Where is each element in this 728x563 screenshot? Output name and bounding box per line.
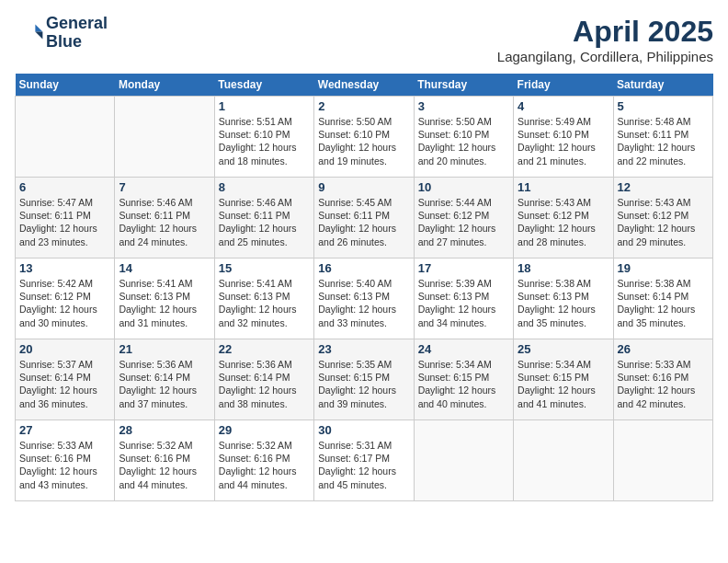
day-info: Sunrise: 5:37 AM Sunset: 6:14 PM Dayligh… (19, 358, 110, 410)
day-number: 19 (618, 261, 709, 275)
weekday-friday: Friday (514, 74, 613, 97)
calendar-cell: 19Sunrise: 5:38 AM Sunset: 6:14 PM Dayli… (613, 259, 712, 339)
day-info: Sunrise: 5:34 AM Sunset: 6:15 PM Dayligh… (518, 358, 609, 410)
weekday-monday: Monday (115, 74, 214, 97)
day-number: 11 (518, 180, 609, 194)
calendar-week-3: 13Sunrise: 5:42 AM Sunset: 6:12 PM Dayli… (16, 259, 713, 339)
weekday-saturday: Saturday (613, 74, 712, 97)
calendar-cell (16, 97, 115, 178)
day-info: Sunrise: 5:36 AM Sunset: 6:14 PM Dayligh… (219, 358, 310, 410)
weekday-header-row: SundayMondayTuesdayWednesdayThursdayFrid… (16, 74, 713, 97)
calendar-cell: 11Sunrise: 5:43 AM Sunset: 6:12 PM Dayli… (514, 178, 613, 259)
day-number: 6 (19, 180, 110, 194)
calendar-cell: 26Sunrise: 5:33 AM Sunset: 6:16 PM Dayli… (613, 339, 712, 420)
calendar-cell: 15Sunrise: 5:41 AM Sunset: 6:13 PM Dayli… (214, 259, 313, 339)
logo-icon (15, 18, 44, 48)
day-number: 1 (219, 99, 310, 113)
day-number: 18 (518, 261, 609, 275)
weekday-wednesday: Wednesday (314, 74, 414, 97)
calendar-cell: 4Sunrise: 5:49 AM Sunset: 6:10 PM Daylig… (514, 97, 613, 178)
day-number: 10 (418, 180, 509, 194)
day-info: Sunrise: 5:42 AM Sunset: 6:12 PM Dayligh… (19, 277, 110, 329)
day-number: 3 (418, 99, 509, 113)
day-info: Sunrise: 5:38 AM Sunset: 6:13 PM Dayligh… (518, 277, 609, 329)
day-info: Sunrise: 5:41 AM Sunset: 6:13 PM Dayligh… (219, 277, 310, 329)
day-info: Sunrise: 5:40 AM Sunset: 6:13 PM Dayligh… (318, 277, 409, 329)
calendar-cell: 2Sunrise: 5:50 AM Sunset: 6:10 PM Daylig… (314, 97, 414, 178)
day-number: 17 (418, 261, 509, 275)
page-header: General Blue April 2025 Lagangilang, Cor… (15, 15, 713, 64)
calendar-cell: 9Sunrise: 5:45 AM Sunset: 6:11 PM Daylig… (314, 178, 414, 259)
day-number: 27 (19, 423, 110, 437)
calendar-cell: 5Sunrise: 5:48 AM Sunset: 6:11 PM Daylig… (613, 97, 712, 178)
day-number: 21 (119, 342, 210, 356)
calendar-cell: 14Sunrise: 5:41 AM Sunset: 6:13 PM Dayli… (115, 259, 214, 339)
day-number: 5 (618, 99, 709, 113)
logo-text: General Blue (46, 15, 108, 52)
day-info: Sunrise: 5:36 AM Sunset: 6:14 PM Dayligh… (119, 358, 210, 410)
day-number: 9 (318, 180, 409, 194)
weekday-tuesday: Tuesday (214, 74, 313, 97)
day-info: Sunrise: 5:32 AM Sunset: 6:16 PM Dayligh… (119, 439, 210, 491)
calendar-cell: 20Sunrise: 5:37 AM Sunset: 6:14 PM Dayli… (16, 339, 115, 420)
calendar-cell: 16Sunrise: 5:40 AM Sunset: 6:13 PM Dayli… (314, 259, 414, 339)
calendar-cell: 30Sunrise: 5:31 AM Sunset: 6:17 PM Dayli… (314, 420, 414, 501)
day-number: 23 (318, 342, 409, 356)
day-number: 25 (518, 342, 609, 356)
calendar-cell (414, 420, 513, 501)
day-info: Sunrise: 5:35 AM Sunset: 6:15 PM Dayligh… (318, 358, 409, 410)
calendar-week-4: 20Sunrise: 5:37 AM Sunset: 6:14 PM Dayli… (16, 339, 713, 420)
calendar-cell: 21Sunrise: 5:36 AM Sunset: 6:14 PM Dayli… (115, 339, 214, 420)
calendar-week-5: 27Sunrise: 5:33 AM Sunset: 6:16 PM Dayli… (16, 420, 713, 501)
day-info: Sunrise: 5:46 AM Sunset: 6:11 PM Dayligh… (219, 196, 310, 248)
day-info: Sunrise: 5:49 AM Sunset: 6:10 PM Dayligh… (518, 115, 609, 167)
day-info: Sunrise: 5:41 AM Sunset: 6:13 PM Dayligh… (119, 277, 210, 329)
weekday-sunday: Sunday (16, 74, 115, 97)
day-info: Sunrise: 5:48 AM Sunset: 6:11 PM Dayligh… (618, 115, 709, 167)
day-number: 8 (219, 180, 310, 194)
day-info: Sunrise: 5:34 AM Sunset: 6:15 PM Dayligh… (418, 358, 509, 410)
day-number: 24 (418, 342, 509, 356)
day-number: 13 (19, 261, 110, 275)
day-info: Sunrise: 5:39 AM Sunset: 6:13 PM Dayligh… (418, 277, 509, 329)
calendar-week-2: 6Sunrise: 5:47 AM Sunset: 6:11 PM Daylig… (16, 178, 713, 259)
location: Lagangilang, Cordillera, Philippines (497, 49, 713, 64)
calendar-cell: 3Sunrise: 5:50 AM Sunset: 6:10 PM Daylig… (414, 97, 513, 178)
svg-marker-1 (35, 31, 42, 39)
calendar-body: 1Sunrise: 5:51 AM Sunset: 6:10 PM Daylig… (16, 97, 713, 501)
month-year: April 2025 (497, 15, 713, 49)
day-info: Sunrise: 5:45 AM Sunset: 6:11 PM Dayligh… (318, 196, 409, 248)
svg-marker-0 (35, 24, 42, 31)
day-info: Sunrise: 5:38 AM Sunset: 6:14 PM Dayligh… (618, 277, 709, 329)
calendar-cell: 22Sunrise: 5:36 AM Sunset: 6:14 PM Dayli… (214, 339, 313, 420)
day-info: Sunrise: 5:43 AM Sunset: 6:12 PM Dayligh… (518, 196, 609, 248)
title-block: April 2025 Lagangilang, Cordillera, Phil… (497, 15, 713, 64)
day-number: 29 (219, 423, 310, 437)
day-info: Sunrise: 5:51 AM Sunset: 6:10 PM Dayligh… (219, 115, 310, 167)
weekday-thursday: Thursday (414, 74, 513, 97)
calendar-cell: 28Sunrise: 5:32 AM Sunset: 6:16 PM Dayli… (115, 420, 214, 501)
day-info: Sunrise: 5:50 AM Sunset: 6:10 PM Dayligh… (418, 115, 509, 167)
day-info: Sunrise: 5:32 AM Sunset: 6:16 PM Dayligh… (219, 439, 310, 491)
calendar-cell (613, 420, 712, 501)
day-info: Sunrise: 5:33 AM Sunset: 6:16 PM Dayligh… (19, 439, 110, 491)
day-info: Sunrise: 5:31 AM Sunset: 6:17 PM Dayligh… (318, 439, 409, 491)
day-info: Sunrise: 5:47 AM Sunset: 6:11 PM Dayligh… (19, 196, 110, 248)
calendar-cell: 7Sunrise: 5:46 AM Sunset: 6:11 PM Daylig… (115, 178, 214, 259)
day-info: Sunrise: 5:43 AM Sunset: 6:12 PM Dayligh… (618, 196, 709, 248)
calendar-cell: 27Sunrise: 5:33 AM Sunset: 6:16 PM Dayli… (16, 420, 115, 501)
day-info: Sunrise: 5:33 AM Sunset: 6:16 PM Dayligh… (618, 358, 709, 410)
day-number: 14 (119, 261, 210, 275)
calendar-cell: 18Sunrise: 5:38 AM Sunset: 6:13 PM Dayli… (514, 259, 613, 339)
day-number: 15 (219, 261, 310, 275)
calendar-cell: 23Sunrise: 5:35 AM Sunset: 6:15 PM Dayli… (314, 339, 414, 420)
day-number: 16 (318, 261, 409, 275)
day-number: 12 (618, 180, 709, 194)
calendar-cell: 24Sunrise: 5:34 AM Sunset: 6:15 PM Dayli… (414, 339, 513, 420)
day-number: 20 (19, 342, 110, 356)
day-number: 28 (119, 423, 210, 437)
day-info: Sunrise: 5:46 AM Sunset: 6:11 PM Dayligh… (119, 196, 210, 248)
calendar-cell: 8Sunrise: 5:46 AM Sunset: 6:11 PM Daylig… (214, 178, 313, 259)
calendar-cell: 29Sunrise: 5:32 AM Sunset: 6:16 PM Dayli… (214, 420, 313, 501)
calendar-cell (115, 97, 214, 178)
